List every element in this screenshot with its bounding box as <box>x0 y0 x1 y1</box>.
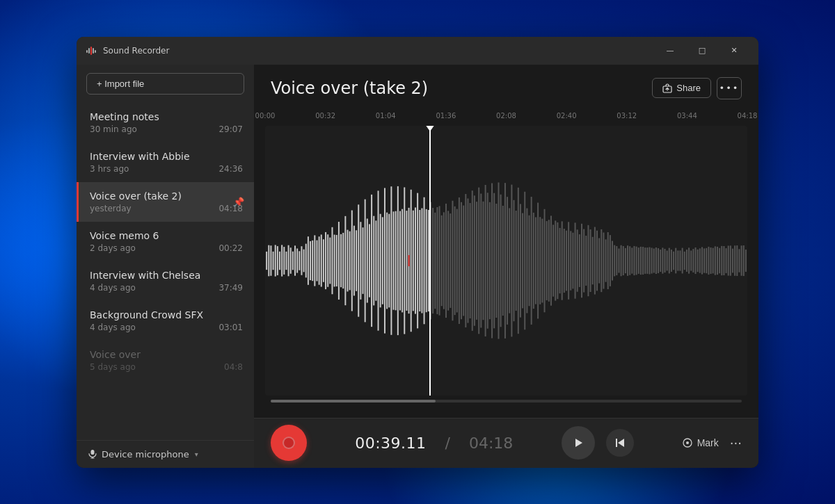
share-icon <box>662 83 672 93</box>
item-date: 4 days ago <box>90 323 136 332</box>
timeline-label: 02:40 <box>557 112 577 120</box>
list-item[interactable]: Interview with Chelsea 4 days ago 37:49 <box>77 261 254 301</box>
list-item[interactable]: Voice over 5 days ago 04:8 <box>77 341 254 380</box>
item-duration: 29:07 <box>218 124 243 134</box>
import-button[interactable]: + Import file <box>86 73 244 95</box>
svg-rect-11 <box>616 439 617 447</box>
play-icon <box>573 437 584 448</box>
skip-back-icon <box>614 437 626 448</box>
mark-label: Mark <box>697 437 719 448</box>
svg-marker-12 <box>618 439 624 447</box>
timeline-label: 00:32 <box>315 112 335 120</box>
svg-rect-2 <box>90 47 92 55</box>
item-duration: 24:36 <box>218 164 243 174</box>
item-date: 3 hrs ago <box>90 164 129 174</box>
pin-icon: 📌 <box>233 197 244 207</box>
item-duration: 04:8 <box>224 362 243 372</box>
microphone-selector[interactable]: Device microphone ▾ <box>77 440 254 468</box>
maximize-button[interactable]: □ <box>686 37 718 65</box>
more-ctrl-button[interactable]: ··· <box>730 436 742 450</box>
item-meta: 4 days ago 03:01 <box>90 323 243 332</box>
recording-title: Voice over (take 2) <box>271 79 428 98</box>
item-meta: 3 hrs ago 24:36 <box>90 164 243 174</box>
svg-rect-0 <box>86 50 88 53</box>
list-item[interactable]: Background Crowd SFX 4 days ago 03:01 <box>77 301 254 341</box>
more-options-button[interactable]: ••• <box>717 77 742 99</box>
item-date: 30 min ago <box>90 124 137 134</box>
header-actions: Share ••• <box>652 77 742 99</box>
transport-controls <box>562 426 634 460</box>
svg-rect-4 <box>95 50 96 53</box>
list-item[interactable]: Interview with Abbie 3 hrs ago 24:36 <box>77 143 254 182</box>
scrollbar-thumb[interactable] <box>271 400 436 403</box>
controls-right: Mark ··· <box>682 436 742 450</box>
item-date: yesterday <box>90 204 132 213</box>
timeline-label: 04:18 <box>738 112 758 120</box>
svg-rect-3 <box>93 48 94 54</box>
item-name: Interview with Chelsea <box>90 270 243 281</box>
time-separator: / <box>440 434 455 452</box>
item-meta: 30 min ago 29:07 <box>90 124 243 134</box>
timeline-label: 01:04 <box>376 112 396 120</box>
timeline-label: 00:00 <box>255 112 276 120</box>
waveform-wrapper[interactable] <box>265 126 747 396</box>
share-label: Share <box>676 83 701 93</box>
share-button[interactable]: Share <box>652 78 711 98</box>
minimize-button[interactable]: — <box>654 37 686 65</box>
item-meta: 2 days ago 00:22 <box>90 243 243 253</box>
item-name: Voice over (take 2) <box>90 190 243 202</box>
waveform-scrollbar[interactable] <box>271 400 742 403</box>
content-area: Voice over (take 2) Share ••• <box>254 65 758 468</box>
svg-point-14 <box>686 441 689 444</box>
waveform-container[interactable]: 00:0000:3201:0401:3602:0802:4003:1203:44… <box>254 106 758 418</box>
play-button[interactable] <box>562 426 595 460</box>
svg-marker-10 <box>575 439 582 447</box>
item-meta: 4 days ago 37:49 <box>90 283 243 293</box>
timeline: 00:0000:3201:0401:3602:0802:4003:1203:44… <box>265 106 747 126</box>
sidebar: + Import file Meeting notes 30 min ago 2… <box>77 65 254 468</box>
item-date: 4 days ago <box>90 283 136 293</box>
mic-icon <box>88 449 97 459</box>
record-button[interactable] <box>271 425 307 461</box>
timeline-label: 02:08 <box>496 112 516 120</box>
waveform-canvas[interactable] <box>265 126 747 396</box>
chevron-down-icon: ▾ <box>195 450 198 458</box>
content-header: Voice over (take 2) Share ••• <box>254 65 758 106</box>
current-time: 00:39.11 <box>355 434 426 452</box>
close-button[interactable]: ✕ <box>718 37 750 65</box>
app-icon <box>85 44 97 57</box>
timeline-label: 03:44 <box>677 112 697 120</box>
mic-label: Device microphone <box>102 449 189 460</box>
item-duration: 03:01 <box>218 323 243 332</box>
main-layout: + Import file Meeting notes 30 min ago 2… <box>77 65 758 468</box>
window-title: Sound Recorder <box>103 46 654 56</box>
mark-button[interactable]: Mark <box>682 437 719 448</box>
window-controls: — □ ✕ <box>654 37 750 65</box>
titlebar: Sound Recorder — □ ✕ <box>77 37 758 65</box>
item-name: Meeting notes <box>90 111 243 122</box>
import-label: + Import file <box>97 79 144 89</box>
item-date: 5 days ago <box>90 362 136 372</box>
item-duration: 37:49 <box>218 283 243 293</box>
timeline-label: 03:12 <box>617 112 637 120</box>
record-inner-dot <box>283 437 295 449</box>
timeline-label: 01:36 <box>436 112 456 120</box>
total-time: 04:18 <box>469 434 513 452</box>
svg-rect-1 <box>88 48 90 54</box>
item-name: Background Crowd SFX <box>90 309 243 320</box>
playback-controls: 00:39.11 / 04:18 <box>355 434 513 452</box>
list-item[interactable]: Voice memo 6 2 days ago 00:22 <box>77 222 254 261</box>
controls-bar: 00:39.11 / 04:18 <box>254 418 758 468</box>
recording-list: Meeting notes 30 min ago 29:07 Interview… <box>77 103 254 440</box>
item-name: Voice over <box>90 349 243 360</box>
item-name: Voice memo 6 <box>90 230 243 241</box>
item-meta: yesterday 04:18 <box>90 204 243 213</box>
list-item[interactable]: Voice over (take 2) yesterday 04:18 📌 <box>77 182 254 222</box>
app-window: Sound Recorder — □ ✕ + Import file Meeti… <box>77 37 758 468</box>
item-name: Interview with Abbie <box>90 151 243 162</box>
skip-back-button[interactable] <box>606 429 634 457</box>
item-meta: 5 days ago 04:8 <box>90 362 243 372</box>
item-date: 2 days ago <box>90 243 136 253</box>
list-item[interactable]: Meeting notes 30 min ago 29:07 <box>77 103 254 143</box>
more-dots-icon: ••• <box>719 83 739 93</box>
